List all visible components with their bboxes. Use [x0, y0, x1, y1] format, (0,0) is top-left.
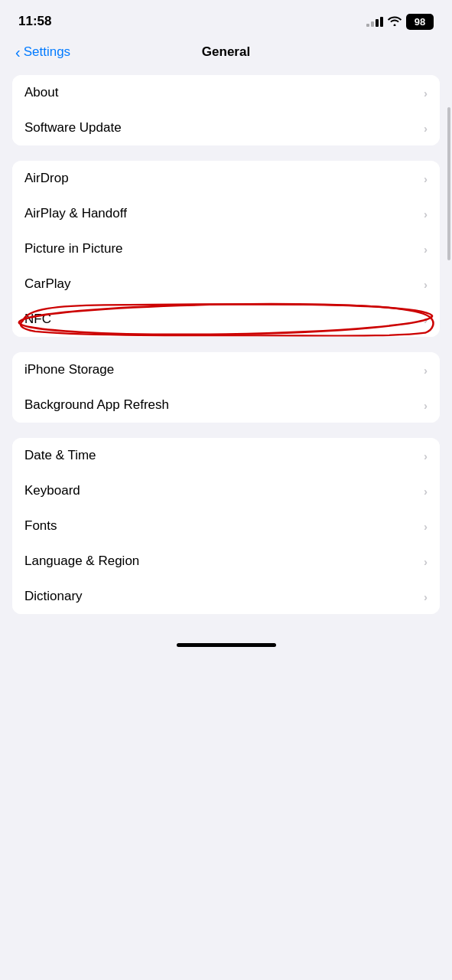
list-item-carplay[interactable]: CarPlay › — [12, 266, 440, 302]
page-title: General — [202, 44, 250, 60]
chevron-icon: › — [424, 399, 428, 412]
section-group-4: Date & Time › Keyboard › Fonts › Languag… — [12, 438, 440, 614]
airplay-handoff-label: AirPlay & Handoff — [24, 206, 127, 221]
date-time-label: Date & Time — [24, 448, 96, 463]
list-item-language-region[interactable]: Language & Region › — [12, 544, 440, 579]
background-app-refresh-label: Background App Refresh — [24, 397, 169, 413]
chevron-icon: › — [424, 313, 428, 326]
chevron-icon: › — [424, 172, 428, 185]
carplay-label: CarPlay — [24, 276, 70, 292]
list-item-nfc[interactable]: NFC › — [12, 302, 440, 337]
dictionary-label: Dictionary — [24, 589, 83, 604]
scrollbar[interactable] — [447, 107, 450, 260]
back-label: Settings — [24, 44, 70, 60]
about-label: About — [24, 85, 58, 100]
status-time: 11:58 — [18, 14, 51, 29]
settings-content: About › Software Update › AirDrop › AirP… — [0, 69, 452, 635]
status-icons: 98 — [366, 14, 434, 30]
list-item-airplay-handoff[interactable]: AirPlay & Handoff › — [12, 196, 440, 231]
section-group-2: AirDrop › AirPlay & Handoff › Picture in… — [12, 161, 440, 337]
list-item-software-update[interactable]: Software Update › — [12, 110, 440, 145]
airdrop-label: AirDrop — [24, 171, 69, 186]
chevron-icon: › — [424, 590, 428, 603]
home-bar — [177, 643, 276, 647]
home-indicator — [0, 635, 452, 653]
section-group-1: About › Software Update › — [12, 75, 440, 145]
chevron-icon: › — [424, 87, 428, 100]
chevron-icon: › — [424, 278, 428, 291]
back-button[interactable]: ‹ Settings — [15, 44, 70, 60]
list-item-dictionary[interactable]: Dictionary › — [12, 579, 440, 614]
list-item-about[interactable]: About › — [12, 75, 440, 110]
signal-bars-icon — [366, 17, 383, 27]
chevron-icon: › — [424, 364, 428, 377]
list-item-airdrop[interactable]: AirDrop › — [12, 161, 440, 196]
chevron-icon: › — [424, 520, 428, 533]
keyboard-label: Keyboard — [24, 483, 80, 498]
nfc-annotation-circle — [12, 302, 440, 337]
list-item-date-time[interactable]: Date & Time › — [12, 438, 440, 473]
list-item-iphone-storage[interactable]: iPhone Storage › — [12, 352, 440, 387]
list-item-picture-in-picture[interactable]: Picture in Picture › — [12, 231, 440, 266]
chevron-icon: › — [424, 207, 428, 220]
list-item-background-app-refresh[interactable]: Background App Refresh › — [12, 387, 440, 423]
iphone-storage-label: iPhone Storage — [24, 362, 114, 377]
chevron-icon: › — [424, 122, 428, 135]
list-item-fonts[interactable]: Fonts › — [12, 508, 440, 544]
list-item-keyboard[interactable]: Keyboard › — [12, 473, 440, 508]
section-group-3: iPhone Storage › Background App Refresh … — [12, 352, 440, 423]
svg-point-0 — [19, 301, 433, 337]
language-region-label: Language & Region — [24, 554, 139, 569]
nav-bar: ‹ Settings General — [0, 38, 452, 69]
status-bar: 11:58 98 — [0, 0, 452, 38]
back-chevron-icon: ‹ — [15, 44, 21, 60]
chevron-icon: › — [424, 243, 428, 256]
fonts-label: Fonts — [24, 518, 57, 534]
wifi-icon — [388, 15, 402, 28]
battery-indicator: 98 — [406, 14, 434, 30]
picture-in-picture-label: Picture in Picture — [24, 241, 123, 256]
software-update-label: Software Update — [24, 120, 122, 136]
nfc-label: NFC — [24, 312, 51, 327]
chevron-icon: › — [424, 555, 428, 568]
chevron-icon: › — [424, 449, 428, 462]
chevron-icon: › — [424, 485, 428, 498]
